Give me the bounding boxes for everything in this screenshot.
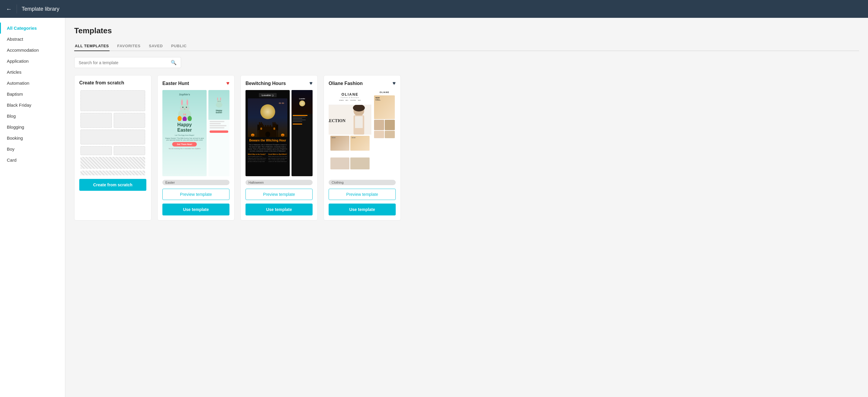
back-button[interactable]: ←	[6, 6, 12, 12]
fashion-thumb-logo: OLIANE	[374, 91, 395, 93]
fashion-nav-children: CHILDREN	[350, 100, 356, 101]
halloween-moon	[260, 104, 275, 119]
easter-thumb-line-4	[210, 127, 224, 129]
svg-rect-46	[355, 116, 363, 128]
halloween-pumpkin-right: 🎃	[281, 133, 284, 136]
sidebar-item-abstract[interactable]: Abstract	[0, 34, 65, 45]
card-title-halloween: Bewitching Hours	[246, 81, 286, 86]
layout: All Categories Abstract Accommodation Ap…	[0, 18, 868, 397]
halloween-thumb-logo: Louder	[299, 98, 305, 100]
halloween-title: Beware the Witching Hour	[249, 139, 286, 142]
sidebar-item-baptism[interactable]: Baptism	[0, 89, 65, 100]
tab-public[interactable]: PUBLIC	[171, 41, 187, 51]
svg-rect-34	[270, 125, 271, 127]
svg-rect-27	[259, 122, 260, 124]
sidebar-item-blog[interactable]: Blog	[0, 111, 65, 121]
sidebar: All Categories Abstract Accommodation Ap…	[0, 18, 65, 397]
sidebar-item-card[interactable]: Card	[0, 154, 65, 166]
svg-point-3	[181, 100, 183, 106]
halloween-thumb-preview: Louder	[291, 90, 313, 176]
fashion-thumb-item-2	[385, 120, 395, 130]
sidebar-item-boy[interactable]: Boy	[0, 144, 65, 154]
halloween-col-1: Witch Way to the Candy? Tired of getting…	[248, 153, 267, 162]
fashion-nav-women: WOMEN	[339, 100, 344, 101]
fashion-grid: SPORT SPORT	[329, 135, 371, 176]
heart-icon-easter[interactable]: ♥	[226, 80, 229, 86]
halloween-thumb-top: Louder	[291, 90, 313, 114]
halloween-preview-button[interactable]: Preview template	[246, 189, 313, 200]
easter-use-button[interactable]: Use template	[162, 203, 229, 216]
heart-icon-fashion[interactable]: ♥	[393, 80, 396, 86]
halloween-col-1-text: Tired of getting raisins as a Halloween …	[248, 156, 267, 162]
sidebar-item-application[interactable]: Application	[0, 56, 65, 66]
tab-favorites[interactable]: FAVORITES	[117, 41, 141, 51]
fashion-thumb-item-1	[374, 120, 384, 130]
easter-thumb-bunny	[214, 96, 224, 108]
svg-rect-28	[261, 122, 262, 124]
sidebar-item-all-categories[interactable]: All Categories	[0, 23, 65, 34]
easter-title: HappyEaster	[177, 122, 192, 133]
svg-point-22	[218, 101, 218, 102]
halloween-scene: 🦇🦇 🎃 🎃	[248, 98, 287, 137]
easter-thumb-line-3	[210, 125, 226, 126]
sidebar-item-articles[interactable]: Articles	[0, 66, 65, 78]
easter-thumb-line-1	[210, 121, 224, 122]
fashion-hero-image: NEW COLLECTION	[329, 105, 371, 135]
card-preview-easter: Sophie's	[162, 90, 229, 176]
fashion-nav-men: MEN	[345, 100, 348, 101]
halloween-use-button[interactable]: Use template	[246, 203, 313, 216]
card-title-scratch: Create from scratch	[79, 80, 124, 86]
fashion-logo: OLIANE	[331, 92, 369, 96]
fashion-grid-item-1: SPORT	[331, 136, 349, 151]
easter-logo: Sophie's	[179, 93, 190, 96]
card-header-easter: Easter Hunt ♥	[162, 80, 229, 86]
template-card-fashion: Oliane Fashion ♥ OLIANE Fashion & Boutiq…	[323, 75, 401, 221]
scratch-block-4	[81, 130, 145, 144]
fashion-grid-item-2: SPORT	[350, 136, 369, 151]
search-bar: 🔍	[74, 57, 181, 68]
card-header-fashion: Oliane Fashion ♥	[329, 80, 396, 86]
scratch-preview-blocks	[79, 89, 146, 175]
svg-rect-25	[259, 123, 263, 137]
easter-thumb-text: HappyEaster	[216, 109, 222, 114]
search-icon: 🔍	[171, 60, 177, 65]
tab-all-templates[interactable]: ALL TEMPLATES	[74, 41, 110, 51]
sidebar-item-automation[interactable]: Automation	[0, 78, 65, 89]
header-title: Template library	[22, 6, 59, 12]
fashion-nav: WOMEN MEN CHILDREN SALE	[331, 98, 369, 102]
fashion-use-button[interactable]: Use template	[329, 203, 396, 216]
halloween-thumb-orange-2	[293, 123, 302, 124]
easter-thumb-top: HappyEaster	[208, 90, 229, 120]
svg-point-7	[186, 107, 187, 108]
fashion-preview-button[interactable]: Preview template	[329, 189, 396, 200]
sidebar-item-blogging[interactable]: Blogging	[0, 121, 65, 133]
svg-rect-29	[273, 122, 274, 124]
search-input[interactable]	[79, 60, 168, 65]
easter-thumb-line-2	[210, 123, 221, 124]
svg-point-9	[180, 108, 183, 110]
create-from-scratch-button[interactable]: Create from scratch	[79, 179, 146, 191]
sidebar-item-black-friday[interactable]: Black Friday	[0, 100, 65, 111]
svg-rect-26	[273, 123, 277, 137]
fashion-main-preview: OLIANE Fashion & Boutique WOMEN MEN CHIL…	[329, 90, 371, 176]
card-header-scratch: Create from scratch	[79, 80, 146, 86]
template-card-easter: Easter Hunt ♥ Sophie's	[157, 75, 235, 221]
scratch-block-1	[81, 90, 145, 111]
fashion-grid-item-4	[350, 158, 369, 169]
card-preview-halloween: Louder )	[246, 90, 313, 176]
easter-footer: You are receiving this e-newsletter from…	[168, 148, 201, 149]
easter-preview-button[interactable]: Preview template	[162, 189, 229, 200]
easter-thumb-btn	[210, 131, 228, 133]
fashion-person-svg: NEW COLLECTION	[329, 105, 371, 135]
heart-icon-halloween[interactable]: ♥	[309, 80, 313, 86]
fashion-thumb-grid	[374, 120, 395, 138]
fashion-badge: Clothing	[329, 180, 396, 185]
sidebar-item-booking[interactable]: Booking	[0, 133, 65, 144]
fashion-thumb-preview: OLIANE NEWCOLL.	[373, 90, 396, 176]
tab-saved[interactable]: SAVED	[148, 41, 163, 51]
scratch-block-5	[81, 146, 112, 155]
halloween-thumb-orange	[293, 115, 308, 116]
scratch-block-2	[81, 113, 112, 128]
sidebar-item-accommodation[interactable]: Accommodation	[0, 45, 65, 56]
scratch-block-3	[114, 113, 145, 128]
